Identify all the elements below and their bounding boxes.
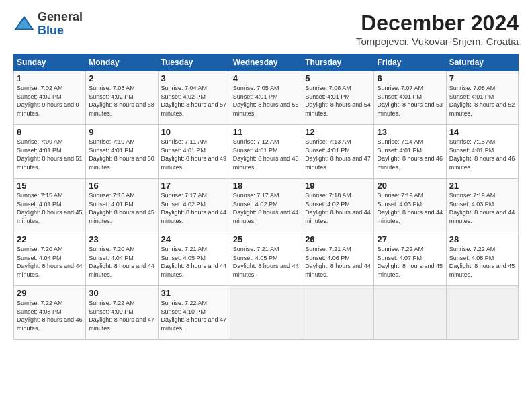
day-number: 16 <box>89 181 154 191</box>
day-number: 14 <box>449 127 515 137</box>
location: Tompojevci, Vukovar-Srijem, Croatia <box>356 36 519 47</box>
calendar-cell: 15 Sunrise: 7:15 AM Sunset: 4:01 PM Dayl… <box>14 179 86 232</box>
col-thursday: Thursday <box>302 54 374 71</box>
calendar-cell: 31 Sunrise: 7:22 AM Sunset: 4:10 PM Dayl… <box>158 286 230 340</box>
day-info: Sunrise: 7:20 AM Sunset: 4:04 PM Dayligh… <box>89 245 154 279</box>
col-monday: Monday <box>86 54 158 71</box>
calendar-week-row: 29 Sunrise: 7:22 AM Sunset: 4:08 PM Dayl… <box>14 286 519 340</box>
col-tuesday: Tuesday <box>158 54 230 71</box>
calendar-cell <box>302 286 374 340</box>
calendar-cell: 5 Sunrise: 7:06 AM Sunset: 4:01 PM Dayli… <box>302 71 374 125</box>
day-number: 12 <box>305 127 371 137</box>
calendar-cell: 21 Sunrise: 7:19 AM Sunset: 4:03 PM Dayl… <box>446 179 518 232</box>
calendar-cell: 2 Sunrise: 7:03 AM Sunset: 4:02 PM Dayli… <box>86 71 158 125</box>
day-number: 31 <box>161 288 227 298</box>
calendar-week-row: 8 Sunrise: 7:09 AM Sunset: 4:01 PM Dayli… <box>14 125 519 179</box>
day-number: 27 <box>377 234 443 244</box>
day-number: 17 <box>161 181 227 191</box>
month-title: December 2024 <box>356 11 519 36</box>
calendar-cell: 25 Sunrise: 7:21 AM Sunset: 4:05 PM Dayl… <box>230 232 302 286</box>
day-number: 8 <box>17 127 83 137</box>
calendar-cell: 27 Sunrise: 7:22 AM Sunset: 4:07 PM Dayl… <box>374 232 446 286</box>
calendar-cell: 7 Sunrise: 7:08 AM Sunset: 4:01 PM Dayli… <box>446 71 518 125</box>
day-number: 28 <box>449 234 515 244</box>
day-number: 5 <box>305 73 371 83</box>
calendar-cell: 4 Sunrise: 7:05 AM Sunset: 4:01 PM Dayli… <box>230 71 302 125</box>
calendar-week-row: 22 Sunrise: 7:20 AM Sunset: 4:04 PM Dayl… <box>14 232 519 286</box>
day-number: 1 <box>17 73 83 83</box>
col-sunday: Sunday <box>14 54 86 71</box>
calendar-cell: 8 Sunrise: 7:09 AM Sunset: 4:01 PM Dayli… <box>14 125 86 179</box>
calendar-week-row: 15 Sunrise: 7:15 AM Sunset: 4:01 PM Dayl… <box>14 179 519 232</box>
day-info: Sunrise: 7:21 AM Sunset: 4:05 PM Dayligh… <box>233 245 299 279</box>
col-saturday: Saturday <box>446 54 518 71</box>
logo-blue: Blue <box>38 24 64 37</box>
day-number: 10 <box>161 127 227 137</box>
calendar-cell: 20 Sunrise: 7:19 AM Sunset: 4:03 PM Dayl… <box>374 179 446 232</box>
day-info: Sunrise: 7:08 AM Sunset: 4:01 PM Dayligh… <box>449 84 515 118</box>
day-info: Sunrise: 7:10 AM Sunset: 4:01 PM Dayligh… <box>89 138 154 171</box>
day-number: 6 <box>377 73 443 83</box>
calendar-cell: 3 Sunrise: 7:04 AM Sunset: 4:02 PM Dayli… <box>158 71 230 125</box>
day-info: Sunrise: 7:13 AM Sunset: 4:01 PM Dayligh… <box>305 138 371 171</box>
day-info: Sunrise: 7:20 AM Sunset: 4:04 PM Dayligh… <box>17 245 83 279</box>
day-number: 7 <box>449 73 515 83</box>
day-info: Sunrise: 7:22 AM Sunset: 4:08 PM Dayligh… <box>17 299 83 332</box>
header: General Blue December 2024 Tompojevci, V… <box>13 11 519 47</box>
logo-text: General Blue <box>38 11 83 38</box>
calendar-cell <box>230 286 302 340</box>
calendar-cell: 26 Sunrise: 7:21 AM Sunset: 4:06 PM Dayl… <box>302 232 374 286</box>
day-info: Sunrise: 7:11 AM Sunset: 4:01 PM Dayligh… <box>161 138 227 171</box>
day-info: Sunrise: 7:04 AM Sunset: 4:02 PM Dayligh… <box>161 84 227 118</box>
day-info: Sunrise: 7:22 AM Sunset: 4:09 PM Dayligh… <box>89 299 154 332</box>
day-number: 25 <box>233 234 299 244</box>
day-info: Sunrise: 7:22 AM Sunset: 4:10 PM Dayligh… <box>161 299 227 332</box>
day-number: 15 <box>17 181 83 191</box>
day-number: 19 <box>305 181 371 191</box>
day-info: Sunrise: 7:22 AM Sunset: 4:08 PM Dayligh… <box>449 245 515 279</box>
calendar-cell: 14 Sunrise: 7:15 AM Sunset: 4:01 PM Dayl… <box>446 125 518 179</box>
calendar-cell: 1 Sunrise: 7:02 AM Sunset: 4:02 PM Dayli… <box>14 71 86 125</box>
day-info: Sunrise: 7:15 AM Sunset: 4:01 PM Dayligh… <box>449 138 515 171</box>
calendar-cell: 24 Sunrise: 7:21 AM Sunset: 4:05 PM Dayl… <box>158 232 230 286</box>
calendar-cell: 29 Sunrise: 7:22 AM Sunset: 4:08 PM Dayl… <box>14 286 86 340</box>
day-info: Sunrise: 7:16 AM Sunset: 4:01 PM Dayligh… <box>89 191 154 225</box>
day-number: 3 <box>161 73 227 83</box>
calendar-cell <box>374 286 446 340</box>
calendar-cell: 19 Sunrise: 7:18 AM Sunset: 4:02 PM Dayl… <box>302 179 374 232</box>
day-info: Sunrise: 7:03 AM Sunset: 4:02 PM Dayligh… <box>89 84 154 118</box>
day-number: 26 <box>305 234 371 244</box>
logo-icon <box>13 13 35 35</box>
day-info: Sunrise: 7:15 AM Sunset: 4:01 PM Dayligh… <box>17 191 83 225</box>
col-friday: Friday <box>374 54 446 71</box>
calendar-cell: 9 Sunrise: 7:10 AM Sunset: 4:01 PM Dayli… <box>86 125 158 179</box>
logo-general: General <box>38 10 83 24</box>
calendar-table: Sunday Monday Tuesday Wednesday Thursday… <box>13 54 519 340</box>
calendar-week-row: 1 Sunrise: 7:02 AM Sunset: 4:02 PM Dayli… <box>14 71 519 125</box>
calendar-cell: 28 Sunrise: 7:22 AM Sunset: 4:08 PM Dayl… <box>446 232 518 286</box>
day-info: Sunrise: 7:21 AM Sunset: 4:05 PM Dayligh… <box>161 245 227 279</box>
day-number: 4 <box>233 73 299 83</box>
calendar-header-row: Sunday Monday Tuesday Wednesday Thursday… <box>14 54 519 71</box>
calendar-cell: 16 Sunrise: 7:16 AM Sunset: 4:01 PM Dayl… <box>86 179 158 232</box>
day-number: 29 <box>17 288 83 298</box>
day-info: Sunrise: 7:17 AM Sunset: 4:02 PM Dayligh… <box>233 191 299 225</box>
day-number: 13 <box>377 127 443 137</box>
day-number: 21 <box>449 181 515 191</box>
calendar-cell <box>446 286 518 340</box>
calendar-cell: 17 Sunrise: 7:17 AM Sunset: 4:02 PM Dayl… <box>158 179 230 232</box>
calendar-cell: 30 Sunrise: 7:22 AM Sunset: 4:09 PM Dayl… <box>86 286 158 340</box>
day-info: Sunrise: 7:09 AM Sunset: 4:01 PM Dayligh… <box>17 138 83 171</box>
day-info: Sunrise: 7:22 AM Sunset: 4:07 PM Dayligh… <box>377 245 443 279</box>
day-number: 11 <box>233 127 299 137</box>
day-number: 23 <box>89 234 154 244</box>
day-number: 22 <box>17 234 83 244</box>
day-info: Sunrise: 7:02 AM Sunset: 4:02 PM Dayligh… <box>17 84 83 118</box>
page: General Blue December 2024 Tompojevci, V… <box>0 0 532 411</box>
day-number: 9 <box>89 127 154 137</box>
day-info: Sunrise: 7:17 AM Sunset: 4:02 PM Dayligh… <box>161 191 227 225</box>
day-info: Sunrise: 7:21 AM Sunset: 4:06 PM Dayligh… <box>305 245 371 279</box>
day-info: Sunrise: 7:14 AM Sunset: 4:01 PM Dayligh… <box>377 138 443 171</box>
logo: General Blue <box>13 11 83 38</box>
calendar-cell: 18 Sunrise: 7:17 AM Sunset: 4:02 PM Dayl… <box>230 179 302 232</box>
